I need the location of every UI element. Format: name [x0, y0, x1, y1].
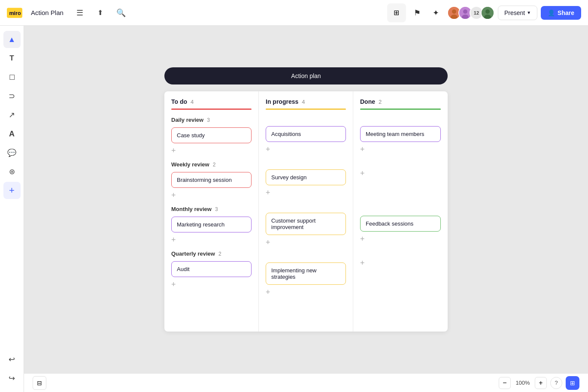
add-card-quarterly-todo[interactable]: + [171, 280, 176, 288]
card-customer-support[interactable]: Customer support improvement [266, 213, 346, 235]
sidebar-tool-comment[interactable]: 💬 [3, 144, 21, 161]
col-count-done: 2 [379, 99, 382, 105]
section-quarterly-todo: Quarterly review 2 [171, 250, 252, 257]
sidebar-tool-text[interactable]: T [3, 50, 21, 67]
redo-button[interactable]: ↪ [3, 370, 21, 387]
select-icon: ▲ [8, 35, 16, 44]
section-title-daily-todo: Daily review [171, 117, 203, 123]
column-inprogress: In progress 4 Acquisitions + Survey desi… [259, 91, 353, 332]
shapes-icon: A [9, 130, 15, 139]
col-divider-done [360, 109, 441, 110]
col-header-done: Done 2 [360, 98, 441, 105]
navbar-left: miro Action Plan ☰ ⬆ 🔍 [7, 5, 129, 21]
col-header-todo: To do 4 [171, 98, 252, 105]
add-card-weekly-done[interactable]: + [360, 169, 365, 177]
collaborate-icon: ⊞ [570, 380, 575, 386]
flag-icon: ⚑ [414, 8, 421, 18]
zoom-out-icon: − [503, 379, 506, 387]
apps-toolbar-button[interactable]: ⊞ [389, 5, 404, 21]
weekly-slot-done: + [360, 169, 441, 199]
add-card-monthly-inprogress[interactable]: + [266, 238, 270, 246]
navbar: miro Action Plan ☰ ⬆ 🔍 ⊞ ⚑ ✦ [0, 0, 588, 26]
sidebar-tool-apps[interactable]: ⊛ [3, 163, 21, 180]
section-weekly-todo: Weekly review 2 [171, 161, 252, 168]
section-title-weekly-todo: Weekly review [171, 161, 209, 168]
svg-point-3 [452, 9, 456, 14]
zoom-out-button[interactable]: − [499, 377, 511, 389]
columns-wrapper: To do 4 Daily review 3 Case study + Week… [164, 91, 448, 332]
sidebar-tool-select[interactable]: ▲ [3, 31, 21, 48]
svg-point-6 [463, 9, 467, 14]
miro-logo: miro [7, 8, 22, 18]
search-icon: 🔍 [116, 8, 126, 18]
card-feedback-sessions[interactable]: Feedback sessions [360, 216, 441, 232]
daily-slot-done: Meeting team members + [360, 126, 441, 153]
card-marketing-research[interactable]: Marketing research [171, 217, 252, 232]
column-done: Done 2 Meeting team members + + Feedback… [353, 91, 448, 332]
card-audit[interactable]: Audit [171, 261, 252, 277]
export-button[interactable]: ⬆ [93, 5, 108, 21]
weekly-slot-inprogress: Survey design + [266, 169, 346, 196]
add-card-daily-todo[interactable]: + [171, 147, 176, 154]
comment-icon: 💬 [7, 148, 16, 157]
add-card-daily-done[interactable]: + [360, 145, 365, 153]
section-title-quarterly-todo: Quarterly review [171, 250, 215, 257]
section-title-monthly-todo: Monthly review [171, 206, 212, 212]
flag-button[interactable]: ⚑ [409, 5, 425, 21]
help-button[interactable]: ? [550, 377, 562, 389]
card-brainstorming[interactable]: Brainstorming session [171, 172, 252, 188]
add-card-quarterly-inprogress[interactable]: + [266, 288, 270, 296]
sidebar: ▲ T ☐ ⊃ ↗ A 💬 ⊛ + ↩ ↪ [0, 26, 24, 392]
panel-toggle-button[interactable]: ⊟ [33, 376, 46, 390]
sidebar-tool-more[interactable]: + [3, 182, 21, 199]
apps-icon: ⊛ [9, 167, 15, 176]
sidebar-tool-connect[interactable]: ⊃ [3, 87, 21, 105]
confetti-button[interactable]: ✦ [428, 5, 444, 21]
svg-point-9 [485, 9, 490, 14]
card-survey-design[interactable]: Survey design [266, 169, 346, 185]
undo-button[interactable]: ↩ [3, 351, 21, 368]
text-icon: T [9, 54, 14, 63]
share-button[interactable]: 👤 Share [541, 6, 581, 20]
section-monthly-todo: Monthly review 3 [171, 206, 252, 212]
confetti-icon: ✦ [433, 8, 439, 18]
share-label: Share [558, 9, 574, 16]
section-count-quarterly-todo: 2 [218, 251, 221, 257]
menu-button[interactable]: ☰ [72, 5, 88, 21]
export-icon: ⬆ [97, 9, 103, 17]
add-card-quarterly-done[interactable]: + [360, 259, 365, 267]
board-title: Action Plan [27, 7, 67, 18]
sidebar-tool-arrow[interactable]: ↗ [3, 106, 21, 124]
svg-text:miro: miro [9, 10, 21, 16]
daily-slot-inprogress: Acquisitions + [266, 126, 346, 153]
card-case-study[interactable]: Case study [171, 127, 252, 143]
chevron-down-icon: ▼ [527, 10, 531, 15]
avatars-group: 12 [447, 6, 494, 20]
present-button[interactable]: Present ▼ [498, 6, 537, 20]
sidebar-tool-shapes[interactable]: A [3, 125, 21, 142]
monthly-slot-done: Feedback sessions + [360, 216, 441, 243]
canvas: Action plan To do 4 Daily review 3 Case … [24, 26, 588, 373]
add-card-daily-inprogress[interactable]: + [266, 145, 270, 153]
monthly-slot-inprogress: Customer support improvement + [266, 213, 346, 246]
search-button[interactable]: 🔍 [113, 5, 129, 21]
add-card-weekly-inprogress[interactable]: + [266, 189, 270, 196]
col-count-inprogress: 4 [302, 99, 305, 105]
card-meeting-team[interactable]: Meeting team members [360, 126, 441, 142]
avatar-3 [481, 6, 494, 20]
navbar-right: ⊞ ⚑ ✦ 12 Present ▼ 👤 Share [387, 3, 581, 22]
zoom-in-icon: + [539, 379, 543, 387]
card-implementing[interactable]: Implementing new strategies [266, 262, 346, 285]
add-card-weekly-todo[interactable]: + [171, 191, 176, 199]
panel-icon: ⊟ [37, 380, 42, 386]
share-person-icon: 👤 [548, 9, 555, 16]
add-card-monthly-todo[interactable]: + [171, 236, 176, 244]
zoom-level: 100% [514, 380, 531, 386]
collaborate-button[interactable]: ⊞ [566, 376, 579, 390]
miro-logo-icon: miro [7, 8, 22, 18]
add-card-monthly-done[interactable]: + [360, 235, 365, 243]
sidebar-tool-sticky[interactable]: ☐ [3, 69, 21, 86]
card-acquisitions[interactable]: Acquisitions [266, 126, 346, 142]
zoom-in-button[interactable]: + [535, 377, 547, 389]
sidebar-bottom: ↩ ↪ [3, 351, 21, 387]
